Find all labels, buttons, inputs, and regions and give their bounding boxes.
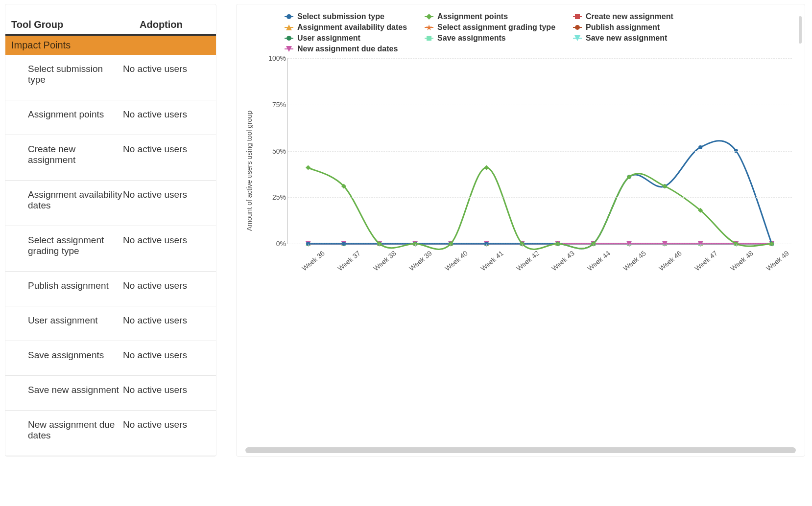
x-tick-label: Week 48	[729, 249, 754, 273]
x-tick-label: Week 42	[515, 249, 540, 273]
chart-area: Amount of active users using tool group …	[251, 58, 796, 283]
adoption-value: No active users	[123, 235, 210, 256]
vertical-scroll-thumb[interactable]	[799, 16, 802, 44]
legend-label: Assignment points	[437, 12, 508, 21]
legend-marker-icon	[425, 24, 433, 31]
svg-marker-9	[574, 35, 580, 41]
svg-rect-7	[575, 14, 580, 19]
x-tick-label: Week 38	[372, 249, 397, 273]
x-tick-label: Week 43	[550, 249, 576, 273]
legend-item[interactable]: Save new assignment	[573, 34, 673, 43]
series-line[interactable]	[308, 141, 772, 249]
y-axis-title: Amount of active users using tool group	[245, 111, 253, 231]
tool-name: Assignment points	[11, 109, 123, 120]
group-row-impact-points[interactable]: Impact Points	[5, 36, 216, 55]
legend-item[interactable]: Create new assignment	[573, 12, 673, 21]
svg-marker-5	[426, 24, 432, 30]
svg-marker-3	[286, 46, 292, 52]
table-row[interactable]: Select assignment grading typeNo active …	[5, 226, 216, 272]
tool-name: Save new assignment	[11, 385, 123, 395]
table-row[interactable]: Save assignmentsNo active users	[5, 341, 216, 376]
tool-name: Select submission type	[11, 64, 123, 85]
legend-item[interactable]: Save assignments	[425, 34, 555, 43]
chart-legend: Select submission type Assignment availa…	[285, 11, 796, 54]
table-row[interactable]: Create new assignmentNo active users	[5, 135, 216, 181]
legend-item[interactable]: User assignment	[285, 34, 407, 43]
tool-name: New assignment due dates	[11, 419, 123, 441]
svg-point-0	[287, 14, 291, 19]
x-tick-label: Week 44	[586, 249, 612, 273]
y-tick-label: 100%	[266, 54, 286, 62]
legend-item[interactable]: Assignment points	[425, 12, 555, 21]
legend-label: User assignment	[297, 34, 360, 43]
adoption-value: No active users	[123, 385, 210, 395]
data-point[interactable]	[484, 165, 489, 170]
tool-name: Assignment availability dates	[11, 189, 123, 211]
y-tick-label: 0%	[266, 240, 286, 248]
data-point[interactable]	[306, 165, 310, 170]
svg-point-8	[575, 25, 580, 30]
tool-name: Select assignment grading type	[11, 235, 123, 256]
x-tick-label: Week 49	[764, 249, 790, 273]
table-row[interactable]: Assignment availability datesNo active u…	[5, 181, 216, 226]
y-tick-label: 75%	[266, 101, 286, 109]
legend-marker-icon	[573, 35, 582, 42]
legend-marker-icon	[425, 35, 433, 42]
table-row[interactable]: Assignment pointsNo active users	[5, 100, 216, 135]
tool-group-table: Tool Group Adoption Impact Points Select…	[5, 4, 216, 457]
adoption-value: No active users	[123, 280, 210, 291]
legend-label: Create new assignment	[586, 12, 673, 21]
x-tick-label: Week 39	[407, 249, 433, 273]
legend-label: Select assignment grading type	[437, 23, 555, 32]
legend-label: Save assignments	[437, 34, 506, 43]
legend-item[interactable]: New assignment due dates	[285, 45, 407, 53]
adoption-value: No active users	[123, 64, 210, 85]
legend-label: Select submission type	[297, 12, 384, 21]
adoption-chart-panel: Select submission type Assignment availa…	[236, 4, 805, 457]
legend-marker-icon	[285, 24, 293, 31]
legend-item[interactable]: Assignment availability dates	[285, 23, 407, 32]
x-tick-label: Week 45	[622, 249, 647, 273]
legend-marker-icon	[285, 35, 293, 42]
legend-item[interactable]: Select submission type	[285, 12, 407, 21]
adoption-value: No active users	[123, 144, 210, 165]
y-tick-label: 25%	[266, 193, 286, 201]
col-header-tool: Tool Group	[11, 19, 140, 30]
x-tick-label: Week 46	[657, 249, 683, 273]
legend-label: Publish assignment	[586, 23, 660, 32]
svg-marker-4	[426, 14, 432, 20]
adoption-value: No active users	[123, 189, 210, 211]
legend-label: New assignment due dates	[297, 45, 398, 53]
legend-marker-icon	[285, 13, 293, 20]
table-row[interactable]: User assignmentNo active users	[5, 306, 216, 341]
adoption-value: No active users	[123, 109, 210, 120]
tool-name: Save assignments	[11, 350, 123, 361]
legend-label: Assignment availability dates	[297, 23, 407, 32]
data-point[interactable]	[698, 145, 702, 149]
tool-name: Create new assignment	[11, 144, 123, 165]
table-row[interactable]: New assignment due datesNo active users	[5, 411, 216, 456]
table-row[interactable]: Save new assignmentNo active users	[5, 376, 216, 411]
svg-marker-136	[306, 165, 310, 170]
horizontal-scroll-thumb[interactable]	[245, 447, 796, 453]
col-header-adoption: Adoption	[140, 19, 210, 30]
series-line[interactable]	[308, 168, 772, 250]
x-tick-label: Week 47	[693, 249, 718, 273]
plot-area[interactable]: 0%25%50%75%100%	[287, 58, 792, 244]
svg-marker-1	[286, 24, 292, 30]
svg-point-133	[698, 145, 702, 149]
legend-marker-icon	[573, 24, 582, 31]
legend-item[interactable]: Select assignment grading type	[425, 23, 555, 32]
tool-name: User assignment	[11, 315, 123, 326]
svg-marker-141	[484, 165, 489, 170]
x-tick-label: Week 41	[479, 249, 504, 273]
adoption-value: No active users	[123, 419, 210, 441]
table-row[interactable]: Publish assignmentNo active users	[5, 272, 216, 306]
legend-marker-icon	[425, 13, 433, 20]
table-header: Tool Group Adoption	[5, 4, 216, 36]
tool-name: Publish assignment	[11, 280, 123, 291]
x-tick-label: Week 36	[301, 249, 326, 273]
adoption-value: No active users	[123, 315, 210, 326]
legend-item[interactable]: Publish assignment	[573, 23, 673, 32]
table-row[interactable]: Select submission typeNo active users	[5, 55, 216, 100]
